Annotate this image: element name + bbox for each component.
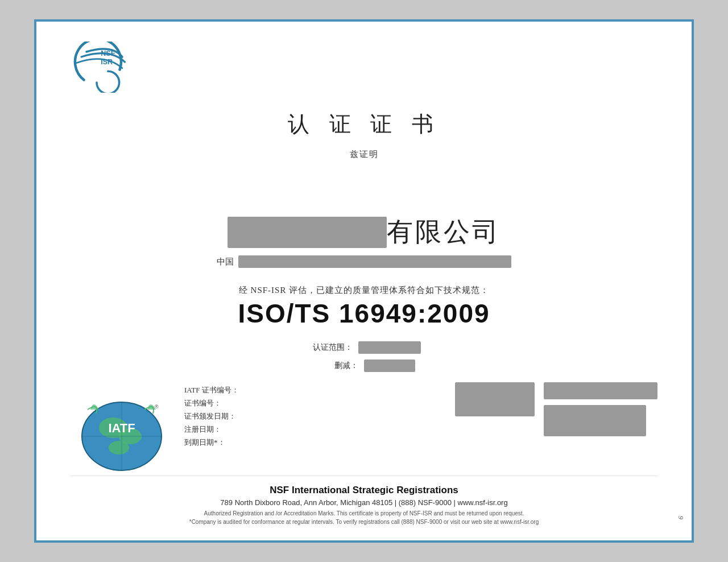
iatf-label: IATF 证书编号： [184, 385, 239, 395]
scope-value-redacted [358, 341, 421, 354]
certificate-header: NSF ISR [71, 39, 657, 93]
certificate: NSF ISR 认 证 证 书 兹证明 有限公司 中国 经 NSF-ISR 评估… [34, 19, 694, 543]
deletion-row: 删减： [313, 359, 415, 372]
expiry-date-label: 到期日期*： [184, 437, 239, 448]
footer-legal: Authorized Registration and /or Accredit… [71, 509, 657, 526]
cert-details-labels: IATF 证书编号： 证书编号： 证书颁发日期： 注册日期： 到期日期*： [184, 385, 239, 448]
svg-point-5 [109, 441, 129, 454]
standards-section: 经 NSF-ISR 评估，已建立的质量管理体系符合如下技术规范： ISO/TS … [71, 285, 657, 329]
standards-name: ISO/TS 16949:2009 [71, 298, 657, 329]
scope-label: 认证范围： [307, 342, 353, 353]
company-suffix: 有限公司 [387, 214, 500, 250]
certificate-subtitle: 兹证明 [350, 149, 379, 160]
stamp-redacted-left [455, 382, 535, 416]
details-section: IATF ® IATF 证书编号： 证书编号： 证书颁发日期： 注册日期： 到期… [71, 382, 657, 476]
title-section: 认 证 证 书 兹证明 [288, 110, 440, 214]
sig-redacted-top [544, 382, 657, 399]
company-name-row: 有限公司 [228, 214, 500, 250]
page-number: 9 [669, 495, 692, 540]
nsf-logo: NSF ISR [71, 42, 133, 93]
scope-row: 认证范围： [307, 341, 421, 354]
address-prefix: 中国 [217, 257, 234, 267]
company-section: 有限公司 中国 [71, 214, 657, 270]
certificate-footer: NSF International Strategic Registration… [71, 476, 657, 526]
company-name-redacted [228, 217, 387, 248]
cert-number-label: 证书编号： [184, 398, 239, 408]
scope-section: 认证范围： 删减： [71, 341, 657, 372]
certificate-title: 认 证 证 书 [288, 110, 440, 139]
address-row: 中国 [217, 255, 511, 268]
deletion-value-redacted [364, 359, 415, 372]
sig-redacted-bottom [544, 405, 646, 436]
svg-text:IATF: IATF [108, 421, 135, 435]
iatf-logo: IATF ® [71, 382, 173, 476]
register-date-label: 注册日期： [184, 424, 239, 435]
footer-address: 789 North Dixboro Road, Ann Arbor, Michi… [71, 498, 657, 507]
svg-text:NSF: NSF [101, 49, 115, 57]
cert-details-values [250, 385, 444, 442]
issue-date-label: 证书颁发日期： [184, 411, 239, 422]
signature-area [455, 382, 657, 436]
footer-company-name: NSF International Strategic Registration… [71, 485, 657, 496]
standards-intro: 经 NSF-ISR 评估，已建立的质量管理体系符合如下技术规范： [71, 285, 657, 296]
svg-text:ISR: ISR [101, 58, 113, 66]
address-redacted [238, 255, 511, 268]
deletion-label: 删减： [313, 361, 358, 371]
footer-legal-line1: Authorized Registration and /or Accredit… [71, 509, 657, 518]
footer-legal-line2: *Company is audited for conformance at r… [71, 518, 657, 526]
